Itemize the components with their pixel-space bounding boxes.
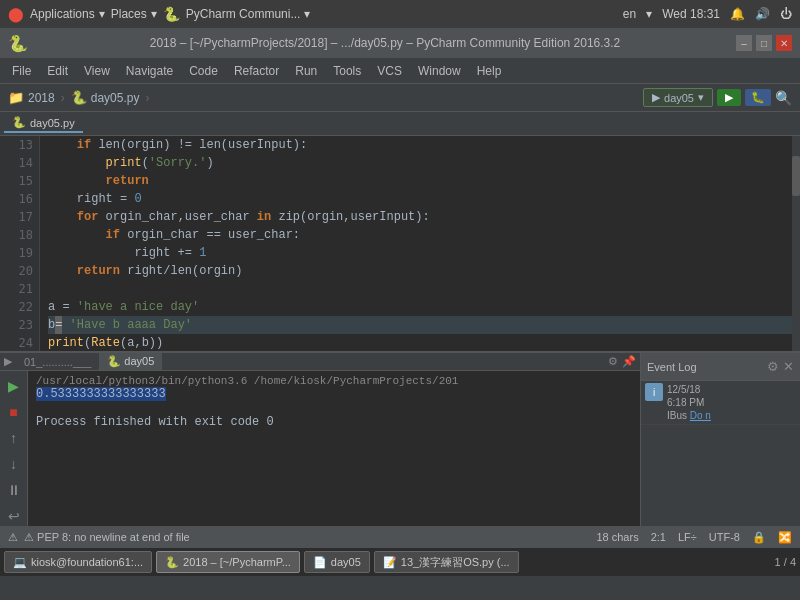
file-icon: 🐍 (71, 90, 87, 105)
event-log-title: Event Log (647, 361, 697, 373)
run-panel: ▶ 01_..........___ 🐍 day05 ⚙ 📌 ▶ ■ ↑ ↓ ⏸… (0, 353, 640, 526)
code-line-15: return (48, 172, 792, 190)
menu-bar: File Edit View Navigate Code Refactor Ru… (0, 58, 800, 84)
scroll-down-button[interactable]: ↓ (3, 453, 25, 475)
locale-chevron-icon: ▾ (646, 7, 652, 21)
event-time: 6:18 PM (667, 396, 711, 409)
code-editor[interactable]: if len(orgin) != len(userInput): print('… (40, 136, 792, 351)
menu-refactor[interactable]: Refactor (226, 62, 287, 80)
terminal-icon: 💻 (13, 556, 27, 569)
run-button[interactable]: ▶ (717, 89, 741, 106)
close-button[interactable]: ✕ (776, 35, 792, 51)
taskbar-terminal[interactable]: 💻 kiosk@foundation61:... (4, 551, 152, 573)
menu-window[interactable]: Window (410, 62, 469, 80)
applications-menu[interactable]: Applications ▾ (30, 7, 105, 21)
taskbar-pycharm[interactable]: 🐍 2018 – [~/PycharmP... (156, 551, 300, 573)
pause-button[interactable]: ⏸ (3, 479, 25, 501)
code-line-18: if orgin_char == user_char: (48, 226, 792, 244)
run-config-selector[interactable]: ▶ day05 ▾ (643, 88, 713, 107)
editor-tab-bar: 🐍 day05.py (0, 112, 800, 136)
status-position: 2:1 (651, 531, 666, 543)
run-tab-01[interactable]: 01_..........___ (16, 354, 99, 370)
pycharm-logo-icon: 🐍 (8, 34, 28, 53)
event-log-settings-button[interactable]: ⚙ (767, 359, 779, 374)
kanji-icon: 📝 (383, 556, 397, 569)
event-log-close-button[interactable]: ✕ (783, 359, 794, 374)
run-tab-day05-label: day05 (124, 355, 154, 367)
taskbar-kanji[interactable]: 📝 13_漢字練習OS.py (... (374, 551, 519, 573)
code-line-19: right += 1 (48, 244, 792, 262)
code-line-22: a = 'have a nice day' (48, 298, 792, 316)
code-line-23: b= 'Have b aaaa Day' (48, 316, 792, 334)
editor-tab-day05[interactable]: 🐍 day05.py (4, 114, 83, 133)
menu-tools[interactable]: Tools (325, 62, 369, 80)
run-output-area: ▶ ■ ↑ ↓ ⏸ ↩ 📋 ✕ /usr/local/python3/bin/p… (0, 371, 640, 526)
menu-navigate[interactable]: Navigate (118, 62, 181, 80)
menu-view[interactable]: View (76, 62, 118, 80)
notifications-icon: 🔔 (730, 7, 745, 21)
menu-vcs[interactable]: VCS (369, 62, 410, 80)
event-link[interactable]: Do n (690, 410, 711, 421)
menu-code[interactable]: Code (181, 62, 226, 80)
rerun-button[interactable]: ▶ (3, 375, 25, 397)
taskbar-terminal-label: kiosk@foundation61:... (31, 556, 143, 568)
app-icon: 🐍 (163, 6, 180, 22)
scroll-up-button[interactable]: ↑ (3, 427, 25, 449)
event-log-header: Event Log ⚙ ✕ (641, 353, 800, 381)
system-bar: ⬤ Applications ▾ Places ▾ 🐍 PyCharm Comm… (0, 0, 800, 28)
code-line-17: for orgin_char,user_char in zip(orgin,us… (48, 208, 792, 226)
app-menu[interactable]: PyCharm Communi... ▾ (186, 7, 311, 21)
output-line-2: 0.5333333333333333 (36, 387, 632, 401)
code-line-13: if len(orgin) != len(userInput): (48, 136, 792, 154)
line-numbers: 13 14 15 16 17 18 19 20 21 22 23 24 (0, 136, 40, 351)
menu-file[interactable]: File (4, 62, 39, 80)
run-panel-tabs: ▶ 01_..........___ 🐍 day05 ⚙ 📌 (0, 353, 640, 371)
volume-icon: 🔊 (755, 7, 770, 21)
window-title: 2018 – [~/PycharmProjects/2018] – .../da… (34, 36, 736, 50)
search-button[interactable]: 🔍 (775, 90, 792, 106)
power-icon: ⏻ (780, 7, 792, 21)
run-settings-button[interactable]: ⚙ (608, 355, 618, 368)
run-config-label: day05 (664, 92, 694, 104)
code-line-20: return right/len(orgin) (48, 262, 792, 280)
locale-label: en (623, 7, 636, 21)
event-icon: i (645, 383, 663, 401)
taskbar-day05[interactable]: 📄 day05 (304, 551, 370, 573)
menu-help[interactable]: Help (469, 62, 510, 80)
status-git-icon: 🔀 (778, 531, 792, 544)
code-line-14: print('Sorry.') (48, 154, 792, 172)
menu-edit[interactable]: Edit (39, 62, 76, 80)
arch-logo-icon: ⬤ (8, 6, 24, 22)
stop-button[interactable]: ■ (3, 401, 25, 423)
pycharm-taskbar-icon: 🐍 (165, 556, 179, 569)
debug-button[interactable]: 🐛 (745, 89, 771, 106)
scrollbar-thumb[interactable] (792, 156, 800, 196)
breadcrumb-file[interactable]: day05.py (91, 91, 140, 105)
run-tab-day05[interactable]: 🐍 day05 (99, 353, 162, 370)
event-date: 12/5/18 (667, 383, 711, 396)
app-chevron-icon: ▾ (304, 7, 310, 21)
taskbar-day05-label: day05 (331, 556, 361, 568)
editor-scrollbar[interactable] (792, 136, 800, 351)
places-menu[interactable]: Places ▾ (111, 7, 157, 21)
warning-icon: ⚠ (8, 531, 18, 544)
taskbar-kanji-label: 13_漢字練習OS.py (... (401, 555, 510, 570)
code-line-24: print(Rate(a,b)) (48, 334, 792, 351)
title-bar: 🐍 2018 – [~/PycharmProjects/2018] – .../… (0, 28, 800, 58)
event-text: 12/5/18 6:18 PM IBus Do n (667, 383, 711, 422)
places-label: Places (111, 7, 147, 21)
minimize-button[interactable]: – (736, 35, 752, 51)
taskbar: 💻 kiosk@foundation61:... 🐍 2018 – [~/Pyc… (0, 548, 800, 576)
maximize-button[interactable]: □ (756, 35, 772, 51)
code-line-16: right = 0 (48, 190, 792, 208)
wrap-button[interactable]: ↩ (3, 505, 25, 526)
menu-run[interactable]: Run (287, 62, 325, 80)
run-output[interactable]: /usr/local/python3/bin/python3.6 /home/k… (28, 371, 640, 526)
run-config-chevron: ▾ (698, 91, 704, 104)
breadcrumb-project[interactable]: 2018 (28, 91, 55, 105)
status-chars: 18 chars (596, 531, 638, 543)
status-lock-icon: 🔒 (752, 531, 766, 544)
run-pin-button[interactable]: 📌 (622, 355, 636, 368)
status-bar: ⚠ ⚠ PEP 8: no newline at end of file 18 … (0, 526, 800, 548)
python-run-icon: 🐍 (107, 355, 121, 367)
